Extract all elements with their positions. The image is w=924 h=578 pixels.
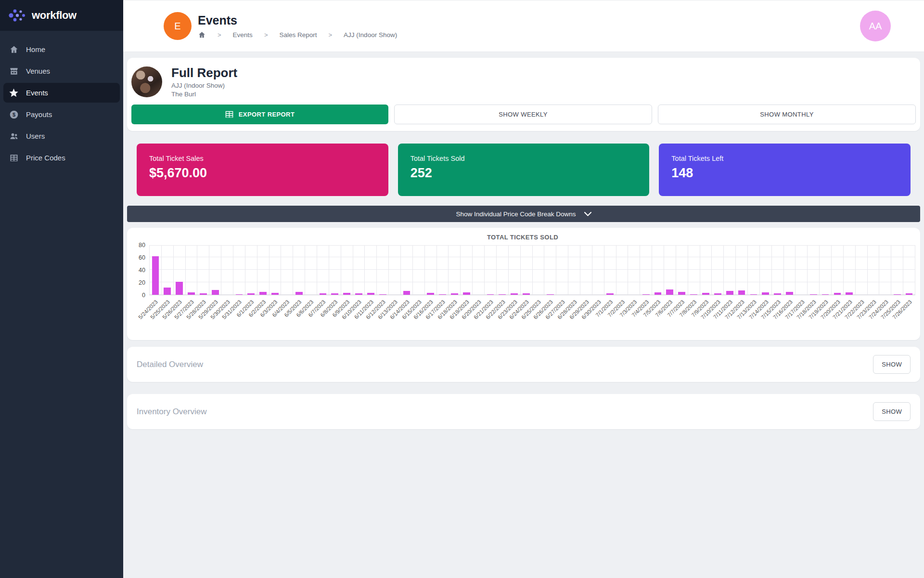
report-venue: The Burl	[171, 91, 237, 98]
export-report-label: EXPORT REPORT	[239, 111, 295, 118]
logo: workflow	[0, 0, 123, 31]
chart-card: TOTAL TICKETS SOLD 020406080 5/24/20235/…	[127, 228, 920, 340]
bar-slot	[174, 246, 186, 295]
breadcrumb-events[interactable]: Events	[233, 31, 253, 39]
sidebar-item-home[interactable]: Home	[3, 39, 120, 59]
chart-bar	[846, 292, 853, 295]
detailed-overview-panel: Detailed Overview SHOW	[127, 347, 920, 382]
bar-slot	[461, 246, 473, 295]
sidebar-item-venues[interactable]: Venues	[3, 61, 120, 81]
report-card: Full Report AJJ (Indoor Show) The Burl E…	[127, 58, 920, 131]
stats-row: Total Ticket Sales $5,670.00 Total Ticke…	[137, 144, 911, 196]
star-icon	[9, 88, 19, 98]
chart-bar	[606, 293, 614, 295]
chart-bar	[259, 292, 267, 295]
bar-slot	[736, 246, 748, 295]
bar-slot	[772, 246, 784, 295]
chart-bar	[714, 293, 721, 295]
sidebar-item-payouts[interactable]: $ Payouts	[3, 105, 120, 124]
chart-bar	[320, 293, 327, 295]
chart-bar	[451, 293, 458, 295]
bar-slot	[628, 246, 640, 295]
bar-slot	[186, 246, 198, 295]
sidebar-item-label: Users	[26, 132, 45, 140]
chart-bar	[702, 293, 709, 295]
detailed-overview-show-button[interactable]: SHOW	[873, 355, 911, 374]
stat-value: $5,670.00	[149, 166, 376, 181]
bar-slot	[652, 246, 664, 295]
sidebar-item-price-codes[interactable]: Price Codes	[3, 148, 120, 168]
bar-slot	[365, 246, 377, 295]
bar-slot	[401, 246, 413, 295]
accordion-label: Show Individual Price Code Break Downs	[456, 210, 576, 218]
content: Full Report AJJ (Indoor Show) The Burl E…	[123, 52, 924, 429]
dollar-circle-icon: $	[9, 109, 19, 119]
bar-slot	[868, 246, 880, 295]
bar-slot	[844, 246, 856, 295]
inventory-overview-show-button[interactable]: SHOW	[873, 402, 911, 421]
bar-slot	[149, 246, 162, 295]
chart-bar	[642, 294, 650, 295]
chart-bar	[834, 293, 841, 295]
bar-slot	[533, 246, 545, 295]
export-report-button[interactable]: EXPORT REPORT	[131, 105, 388, 124]
bar-slot	[664, 246, 676, 295]
table-icon	[225, 111, 233, 118]
bar-slot	[389, 246, 401, 295]
chart-bar	[822, 294, 829, 295]
chart-bar	[523, 293, 530, 295]
chart-xlabels: 5/24/20235/25/20235/26/20235/27/20235/28…	[149, 295, 915, 330]
breadcrumb-current[interactable]: AJJ (Indoor Show)	[344, 31, 397, 39]
bar-slot	[832, 246, 844, 295]
panel-label: Detailed Overview	[137, 360, 873, 369]
sidebar-item-label: Home	[26, 45, 45, 53]
price-code-breakdown-accordion[interactable]: Show Individual Price Code Break Downs	[127, 206, 920, 222]
bar-slot	[509, 246, 521, 295]
chart-bar	[786, 292, 793, 295]
storefront-icon	[9, 66, 19, 76]
chart-bar	[511, 293, 518, 295]
chart-bar	[295, 292, 303, 295]
chart-bar	[726, 291, 733, 295]
bar-slot	[353, 246, 365, 295]
chart-bar	[499, 294, 506, 295]
chart-bar	[200, 293, 207, 295]
sidebar-item-events[interactable]: Events	[3, 83, 120, 103]
stat-card-total-tickets-sold: Total Tickets Sold 252	[398, 144, 650, 196]
home-icon	[9, 44, 19, 54]
chevron-right-icon: >	[218, 31, 221, 39]
table-icon	[9, 153, 19, 163]
sidebar-item-label: Price Codes	[26, 154, 65, 162]
breadcrumb-sales-report[interactable]: Sales Report	[279, 31, 317, 39]
bar-slot	[688, 246, 700, 295]
bar-slot	[700, 246, 712, 295]
users-icon	[9, 131, 19, 141]
chart-bar	[463, 292, 470, 295]
bar-slot	[341, 246, 353, 295]
breadcrumb: > Events > Sales Report > AJJ (Indoor Sh…	[198, 31, 397, 39]
show-weekly-button[interactable]: SHOW WEEKLY	[394, 105, 652, 124]
sidebar-item-users[interactable]: Users	[3, 126, 120, 146]
sidebar-item-label: Payouts	[26, 110, 52, 118]
bar-slot	[317, 246, 329, 295]
bar-slot	[820, 246, 832, 295]
breadcrumb-home-icon[interactable]	[198, 31, 206, 39]
bar-slot	[712, 246, 724, 295]
chart-bar	[379, 294, 386, 295]
report-subtitle: AJJ (Indoor Show)	[171, 82, 237, 89]
bar-slot	[497, 246, 509, 295]
bar-slot	[377, 246, 389, 295]
bar-slot	[784, 246, 796, 295]
bar-slot	[221, 246, 233, 295]
y-tick-label: 0	[142, 292, 145, 299]
stat-card-total-tickets-left: Total Tickets Left 148	[659, 144, 911, 196]
bar-slot	[329, 246, 341, 295]
bar-slot	[616, 246, 629, 295]
sidebar-item-label: Events	[26, 89, 48, 97]
user-avatar[interactable]: AA	[860, 11, 891, 41]
chart-bar	[547, 294, 554, 295]
chart-bar	[331, 293, 338, 295]
show-monthly-button[interactable]: SHOW MONTHLY	[658, 105, 916, 124]
bar-slot	[903, 246, 915, 295]
chart-bar	[774, 293, 781, 295]
